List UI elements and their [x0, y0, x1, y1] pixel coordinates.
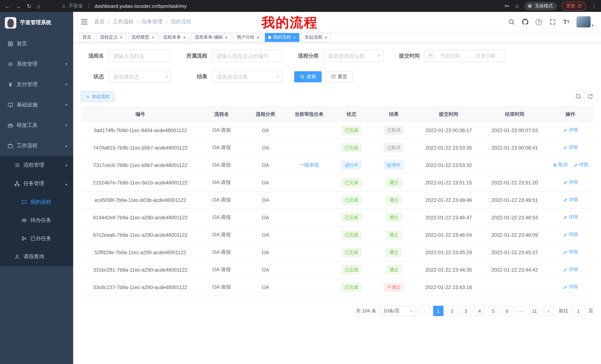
create-process-button[interactable]: 发起流程 — [81, 91, 114, 102]
hamburger-icon[interactable] — [80, 18, 88, 26]
logo[interactable]: 芋道管理系统 — [0, 12, 73, 33]
edit-icon — [563, 233, 567, 237]
detail-link[interactable]: 详情 — [563, 284, 578, 290]
breadcrumb-item[interactable]: 工作流程 — [113, 19, 134, 25]
page-button[interactable]: 2 — [447, 306, 457, 316]
detail-link[interactable]: 详情 — [563, 232, 578, 238]
chevron-up-icon: ▴ — [65, 182, 67, 186]
sidebar-item-home[interactable]: 首页 — [0, 33, 73, 54]
detail-link[interactable]: 详情 — [563, 249, 578, 256]
eye-icon — [21, 217, 27, 223]
page-size-select[interactable]: 10条/页 ▾ — [380, 306, 416, 316]
bookmark-star-icon[interactable]: ☆ — [515, 3, 520, 9]
detail-link[interactable]: 详情 — [563, 179, 578, 186]
page-button[interactable]: 6 — [502, 306, 512, 316]
parent-process-input[interactable] — [212, 50, 282, 62]
process-name-input[interactable] — [109, 50, 171, 62]
date-end-placeholder[interactable]: 结束日期 — [470, 52, 501, 59]
category-select[interactable] — [323, 50, 383, 62]
github-icon[interactable] — [521, 18, 529, 26]
close-icon[interactable]: × — [120, 35, 123, 40]
close-icon[interactable]: × — [225, 35, 228, 40]
forward-icon[interactable]: → — [16, 3, 21, 9]
sidebar-item-dev-tools[interactable]: 研发工具 ▾ — [0, 115, 73, 135]
field-status: 状态 ▾ — [81, 70, 171, 83]
breadcrumb-item[interactable]: 任务管理 — [142, 19, 163, 25]
view-tab[interactable]: 流程模型 × — [128, 33, 158, 42]
sidebar-item-system[interactable]: 系统管理 ▾ — [0, 54, 73, 74]
date-range-picker[interactable]: 开始日期 - 结束日期 — [424, 50, 504, 62]
close-icon[interactable]: × — [324, 35, 328, 40]
home-icon[interactable]: ⌂ — [37, 3, 40, 9]
close-icon[interactable]: × — [183, 35, 186, 40]
sidebar-item-task-mgmt[interactable]: 任务管理 ▴ — [0, 174, 73, 193]
briefcase-icon — [7, 143, 13, 149]
view-tab[interactable]: 流程表单 × — [160, 33, 190, 42]
process-name-label: 流程名 — [81, 52, 104, 59]
close-icon[interactable]: × — [151, 35, 155, 40]
page-button[interactable]: 11 — [529, 306, 540, 316]
view-tab[interactable]: 发起流程 × — [301, 33, 331, 42]
prev-page-button[interactable]: ‹ — [419, 306, 430, 316]
page-button[interactable]: ··· — [516, 306, 526, 316]
security-label[interactable]: 不安全 — [69, 3, 83, 9]
help-icon[interactable]: ? — [535, 18, 543, 26]
close-icon[interactable]: × — [256, 35, 260, 40]
status-select[interactable] — [109, 70, 171, 83]
workflow-submenu: 流程管理 ▾ 任务管理 ▴ 我的流程 — [0, 156, 73, 266]
table-row: 7317cec6-7b9b-11ec-b5b7-acde48001122 OA … — [81, 156, 593, 174]
view-tab[interactable]: 流程定义 × — [97, 33, 126, 42]
address-bar[interactable]: dashboard.yudao.iocoder.cn/bpm/task/my — [95, 3, 187, 9]
next-page-button[interactable]: › — [543, 306, 553, 316]
list-icon — [14, 162, 20, 168]
reload-icon[interactable]: ↻ — [27, 3, 31, 9]
detail-link[interactable]: 详情 — [563, 127, 578, 133]
view-tab[interactable]: 用户分组 × — [233, 33, 263, 42]
sidebar-item-infra[interactable]: 基础设施 ▾ — [0, 95, 73, 115]
reset-button[interactable]: 重置 — [325, 71, 353, 82]
user-avatar[interactable]: ▾ — [576, 16, 594, 28]
search-toggle-icon[interactable] — [575, 94, 581, 99]
goto-page-input[interactable] — [571, 306, 586, 316]
goto-suffix: 页 — [588, 308, 593, 314]
page-button[interactable]: 1 — [433, 306, 443, 316]
detail-link[interactable]: 详情 — [563, 214, 578, 220]
result-select[interactable] — [212, 70, 282, 83]
fullscreen-icon[interactable] — [549, 18, 556, 26]
date-start-placeholder[interactable]: 开始日期 — [435, 52, 465, 59]
browser-menu-icon[interactable]: ⋮ — [591, 3, 597, 9]
sidebar-item-todo-tasks[interactable]: 待办任务 — [0, 211, 73, 229]
breadcrumb-item[interactable]: 首页 — [94, 19, 105, 25]
page-button[interactable]: 3 — [461, 306, 471, 316]
sidebar-item-leave-query[interactable]: 请假查询 — [0, 248, 73, 266]
refresh-icon[interactable] — [587, 94, 593, 99]
sidebar-item-my-process[interactable]: 我的流程 — [0, 193, 73, 211]
cell-submit-time: 2022-01-22 23:46:04 — [416, 226, 482, 244]
page-button[interactable]: 4 — [474, 306, 485, 316]
result-badge: 已取消 — [384, 126, 404, 135]
cancel-link[interactable]: 取消 — [553, 162, 568, 168]
page-button[interactable]: 5 — [488, 306, 499, 316]
font-size-icon[interactable]: TT — [563, 18, 570, 26]
view-tab[interactable]: 首页 — [79, 33, 95, 42]
status-badge: 已完成 — [341, 178, 361, 187]
detail-link[interactable]: 详情 — [563, 144, 578, 151]
close-icon[interactable]: × — [293, 35, 296, 40]
current-task-link[interactable]: 一级审批 — [299, 162, 319, 168]
view-tab[interactable]: 流程表单-编辑 × — [191, 33, 231, 42]
search-icon[interactable] — [508, 18, 515, 26]
update-button[interactable]: 更新 — [562, 1, 586, 10]
sidebar-item-done-tasks[interactable]: 已办任务 — [0, 229, 73, 248]
sidebar-item-workflow[interactable]: 工作流程 ▴ — [0, 135, 73, 156]
search-button[interactable]: 搜索 — [294, 71, 322, 82]
back-icon[interactable]: ← — [4, 3, 10, 9]
detail-link[interactable]: 详情 — [563, 197, 578, 203]
sidebar-item-payment[interactable]: ¥ 支付管理 ▾ — [0, 74, 73, 95]
detail-link[interactable]: 详情 — [563, 267, 578, 273]
edit-icon — [563, 128, 567, 133]
view-tab[interactable]: 我的流程 × — [265, 33, 299, 42]
sidebar-item-process-mgmt[interactable]: 流程管理 ▾ — [0, 156, 73, 174]
detail-link[interactable]: 详情 — [573, 162, 588, 168]
cell-id: 67c2eaab-7b9a-11ec-a290-acde48001122 — [81, 226, 200, 244]
key-icon[interactable] — [504, 3, 510, 9]
